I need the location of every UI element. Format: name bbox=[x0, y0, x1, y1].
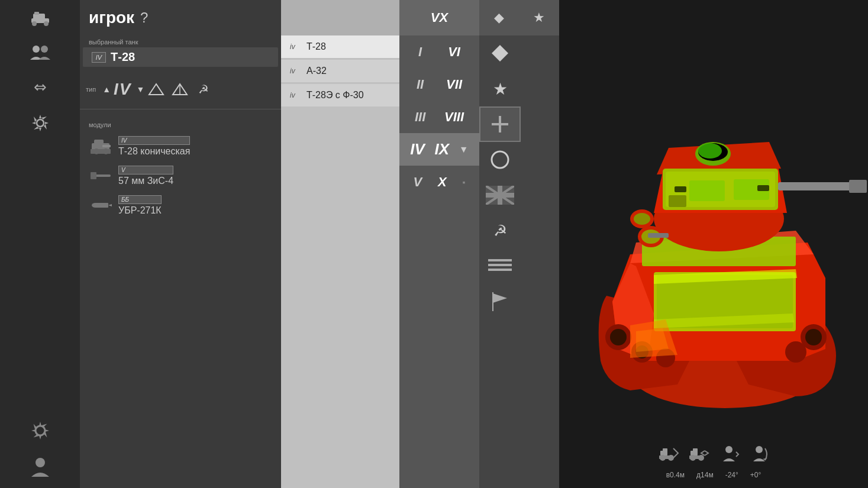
nation-germany[interactable] bbox=[479, 106, 521, 142]
person-view-icon[interactable] bbox=[718, 444, 740, 467]
svg-point-8 bbox=[36, 426, 45, 435]
tier-right-10: X bbox=[438, 174, 447, 190]
nation-uk[interactable] bbox=[479, 177, 521, 213]
svg-point-27 bbox=[492, 151, 508, 168]
tier-row-4-9[interactable]: IV IX ▼ bbox=[399, 133, 479, 166]
rotate-view-icon[interactable] bbox=[748, 444, 770, 467]
crew-icon[interactable] bbox=[25, 38, 55, 68]
svg-rect-73 bbox=[659, 455, 673, 459]
stat-height: в0.4м bbox=[666, 471, 685, 479]
svg-marker-24 bbox=[492, 45, 508, 62]
move-view-icon[interactable] bbox=[688, 442, 709, 468]
shell-name: УБР-271К bbox=[118, 205, 162, 216]
tier-right-7: VII bbox=[446, 77, 462, 92]
svg-point-55 bbox=[634, 213, 650, 225]
svg-rect-32 bbox=[486, 193, 514, 198]
tier-left-3: III bbox=[415, 109, 425, 125]
gun-icon bbox=[89, 164, 112, 188]
tier-left-2: II bbox=[417, 77, 424, 92]
turret-icon bbox=[89, 134, 112, 158]
star-icon[interactable]: ★ bbox=[533, 10, 545, 25]
svg-rect-68 bbox=[757, 185, 769, 191]
tier-row-1-6[interactable]: I VI bbox=[399, 35, 479, 68]
reset-view-icon[interactable] bbox=[658, 442, 679, 468]
tier-right-9: IX bbox=[435, 140, 450, 159]
svg-rect-78 bbox=[689, 455, 704, 459]
tier-row-3-8[interactable]: III VIII bbox=[399, 101, 479, 133]
tank-3d-view bbox=[559, 30, 868, 444]
svg-marker-23 bbox=[108, 204, 112, 206]
player-panel: игрок ? выбранный танк IV Т-28 тип ▲ IV … bbox=[80, 0, 281, 488]
type-all-btn[interactable] bbox=[144, 77, 168, 101]
tier-right-8: VIII bbox=[444, 109, 464, 125]
selected-tank-row[interactable]: IV Т-28 bbox=[83, 47, 278, 67]
nation-flag[interactable] bbox=[479, 284, 521, 319]
nation-all[interactable] bbox=[479, 35, 521, 71]
type-filter-row: тип ▲ IV ▼ ☭ bbox=[80, 73, 281, 106]
turret-tier: IV bbox=[118, 136, 190, 145]
shell-tier: ББ bbox=[118, 195, 162, 204]
player-label: игрок bbox=[89, 8, 134, 27]
turret-name: Т-28 коническая bbox=[118, 146, 190, 157]
tier-row-5-10[interactable]: V X ▪ bbox=[399, 166, 479, 198]
svg-point-4 bbox=[44, 21, 49, 26]
nation-lines[interactable] bbox=[479, 248, 521, 284]
nations-header: ◆ ★ bbox=[479, 0, 559, 35]
tank-list-item-1[interactable]: iv А-32 bbox=[281, 60, 399, 82]
tier-dropdown-icon[interactable]: ▼ bbox=[459, 144, 469, 155]
transfer-icon[interactable]: ⇔ bbox=[24, 71, 56, 104]
tank-tier-0: iv bbox=[290, 43, 302, 51]
nation-usa[interactable] bbox=[479, 142, 521, 177]
svg-rect-18 bbox=[91, 149, 111, 154]
svg-point-5 bbox=[33, 46, 40, 53]
tier-row-2-7[interactable]: II VII bbox=[399, 68, 479, 101]
player-header: игрок ? bbox=[80, 0, 281, 35]
sidebar-bottom bbox=[24, 414, 56, 482]
nations-panel: ◆ ★ ★ ☭ bbox=[479, 0, 559, 488]
svg-rect-70 bbox=[663, 448, 667, 452]
type-heavy-btn[interactable]: ☭ bbox=[192, 77, 215, 101]
type-label: тип bbox=[86, 86, 96, 93]
stat-angle1: -24° bbox=[725, 471, 738, 479]
tank-hangar-icon[interactable] bbox=[24, 3, 56, 35]
svg-rect-15 bbox=[102, 145, 111, 147]
tank-list-item-2[interactable]: iv Т-28Э с Ф-30 bbox=[281, 84, 399, 106]
svg-rect-22 bbox=[95, 203, 108, 208]
tank-list-item-0[interactable]: iv Т-28 bbox=[281, 35, 399, 58]
type-filter-down-arrow[interactable]: ▼ bbox=[136, 85, 144, 94]
gear-icon[interactable] bbox=[24, 106, 56, 139]
profile-icon[interactable] bbox=[24, 450, 56, 482]
svg-point-62 bbox=[805, 329, 822, 345]
help-button[interactable]: ? bbox=[140, 9, 148, 26]
svg-point-80 bbox=[756, 446, 763, 453]
modules-label: модули bbox=[80, 112, 281, 131]
tier-header-icon: VX bbox=[431, 10, 448, 25]
tank-name-0: Т-28 bbox=[306, 41, 326, 52]
svg-marker-10 bbox=[149, 84, 163, 95]
svg-point-7 bbox=[37, 119, 44, 127]
type-tier-display: IV bbox=[114, 80, 131, 99]
type-filter-up-arrow[interactable]: ▲ bbox=[102, 85, 111, 94]
tank-list-panel: iv Т-28 iv А-32 iv Т-28Э с Ф-30 bbox=[281, 0, 399, 488]
svg-rect-53 bbox=[648, 233, 669, 238]
svg-point-6 bbox=[41, 46, 48, 53]
svg-rect-66 bbox=[669, 195, 686, 207]
svg-rect-33 bbox=[488, 259, 512, 261]
tier-panel: VX I VI II VII III VIII IV IX ▼ V X ▪ bbox=[399, 0, 479, 488]
svg-rect-75 bbox=[693, 448, 698, 452]
viewport: в0.4м д14м -24° +0° bbox=[559, 0, 868, 488]
svg-marker-37 bbox=[493, 293, 507, 303]
diamond-icon[interactable]: ◆ bbox=[494, 10, 504, 25]
nation-ussr-star[interactable]: ★ bbox=[479, 71, 521, 106]
type-medium-btn[interactable] bbox=[168, 77, 192, 101]
settings-bottom-icon[interactable] bbox=[24, 414, 56, 447]
tier-left-5: V bbox=[413, 174, 422, 190]
svg-point-63 bbox=[785, 341, 806, 363]
nation-ussr-hammer[interactable]: ☭ bbox=[479, 213, 521, 248]
stat-distance: д14м bbox=[696, 471, 714, 479]
tank-list-header bbox=[281, 0, 399, 35]
tank-tier-2: iv bbox=[290, 91, 302, 99]
viewport-stats: в0.4м д14м -24° +0° bbox=[666, 471, 761, 479]
tank-name-1: А-32 bbox=[306, 66, 327, 76]
tier-right-6: VI bbox=[448, 44, 460, 60]
